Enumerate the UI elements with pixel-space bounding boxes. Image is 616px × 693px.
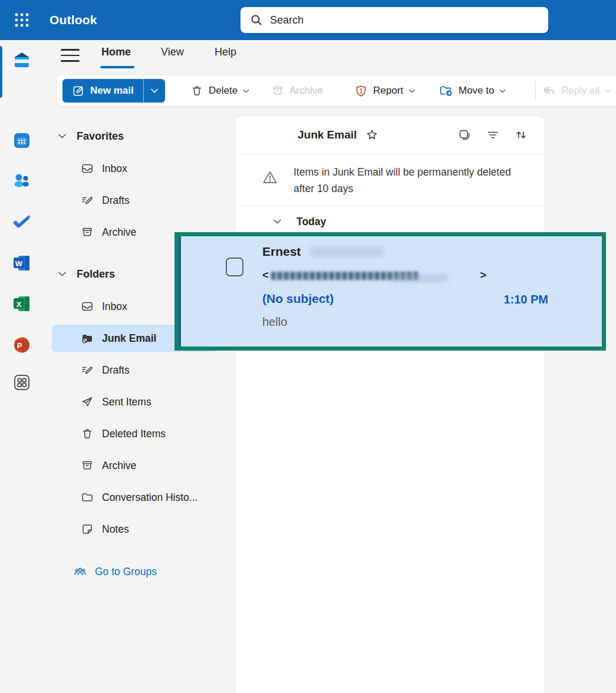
reply-all-icon [541,84,556,98]
email-subject: (No subject) [262,292,334,306]
folder-pane: Favorites Inbox Drafts Archive Folders I… [43,106,235,693]
chevron-down-icon [273,219,282,225]
rail-word-app-icon[interactable]: W [0,248,43,278]
new-mail-dropdown-chevron-icon[interactable] [144,88,165,93]
folder-icon [81,491,94,504]
go-to-groups-link[interactable]: Go to Groups [43,556,235,588]
archive-box-icon [81,226,94,239]
trash-icon [190,84,203,97]
archive-button[interactable]: Archive [271,75,323,106]
redacted-sender-surname [310,247,384,257]
new-mail-label: New mail [90,85,134,97]
folder-item-drafts[interactable]: Drafts [43,354,235,386]
svg-text:X: X [16,300,21,309]
group-header-today[interactable]: Today [235,209,545,234]
search-placeholder: Search [270,14,304,27]
favorite-item-drafts[interactable]: Drafts [43,184,235,216]
svg-text:P: P [17,341,22,350]
rail-powerpoint-app-icon[interactable]: P [0,329,43,360]
junk-folder-blocked-icon [81,332,94,345]
warning-triangle-icon [261,169,279,186]
email-checkbox[interactable] [226,258,243,276]
junk-retention-warning: Items in Junk Email will be permanently … [235,154,545,206]
email-address-line: < > [262,269,486,282]
archive-box-icon [81,459,94,472]
email-time: 1:10 PM [503,293,548,306]
inbox-icon [81,162,94,175]
email-sender: Ernest [262,245,301,259]
address-close-bracket: > [480,269,487,282]
redacted-email-domain [392,275,448,282]
report-label: Report [373,85,403,97]
rail-calendar-app-icon[interactable] [0,125,43,156]
send-plane-icon [81,395,94,408]
folders-header-label: Folders [77,268,115,280]
shield-warning-icon [354,84,368,98]
warning-divider [235,206,545,206]
move-to-folder-icon [439,84,453,98]
select-messages-icon[interactable] [457,128,472,142]
svg-text:W: W [15,259,22,268]
favorites-section-header[interactable]: Favorites [43,120,235,152]
annotation-highlight-box: Ernest < > (No subject) 1:10 PM hello [174,232,606,351]
email-list-item[interactable]: Ernest < > (No subject) 1:10 PM hello [179,236,602,346]
app-launcher-waffle-icon[interactable] [11,9,33,31]
tab-view[interactable]: View [161,46,184,64]
tab-home[interactable]: Home [101,46,131,64]
move-to-button[interactable]: Move to [439,75,506,106]
trash-icon [81,427,94,440]
folder-item-sent-items[interactable]: Sent Items [43,386,235,418]
report-chevron-icon [409,89,415,93]
rail-apps-grid-icon[interactable] [0,367,43,398]
reply-all-label: Reply all [561,85,599,97]
active-tab-underline [100,66,134,68]
note-icon [81,523,94,536]
folder-title: Junk Email [298,128,357,141]
favorites-header-label: Favorites [77,130,124,143]
folder-item-archive[interactable]: Archive [43,450,235,481]
rail-excel-app-icon[interactable]: X [0,288,43,319]
command-toolbar: New mail Delete Archive Report [57,75,616,106]
nav-toggle-hamburger-icon[interactable] [61,48,80,63]
groups-people-icon [74,565,87,579]
move-to-chevron-icon [499,89,506,93]
folder-item-conversation-history[interactable]: Conversation Histo... [43,481,235,513]
search-input[interactable]: Search [241,7,548,33]
reply-all-button[interactable]: Reply all [541,75,611,106]
delete-button[interactable]: Delete [190,75,249,106]
tab-help[interactable]: Help [215,46,236,64]
message-list-header: Junk Email [235,116,545,154]
rail-people-app-icon[interactable] [0,166,43,196]
favorite-star-icon[interactable] [365,128,379,142]
drafts-pencil-icon [81,194,94,207]
move-to-label: Move to [459,85,494,97]
selected-item-accent-bar [179,236,181,346]
rail-mail-app-icon[interactable] [0,45,43,75]
folder-item-notes[interactable]: Notes [43,513,235,545]
warning-text: Items in Junk Email will be permanently … [294,164,525,197]
new-mail-button[interactable]: New mail [62,79,165,103]
sort-icon[interactable] [514,128,528,142]
reply-all-chevron-icon [605,89,611,93]
archive-icon [271,84,284,97]
delete-chevron-icon [243,89,249,93]
archive-label: Archive [289,85,323,97]
email-preview: hello [262,315,287,329]
app-rail: W X P [0,40,43,693]
drafts-pencil-icon [81,364,94,377]
report-button[interactable]: Report [354,75,415,106]
folder-item-deleted-items[interactable]: Deleted Items [43,418,235,450]
chevron-down-icon [58,133,67,139]
filter-icon[interactable] [486,128,500,142]
chevron-down-icon [58,271,67,277]
today-label: Today [297,216,326,228]
inbox-icon [81,300,94,313]
app-title: Outlook [50,0,97,40]
message-list-pane: Junk Email Items in Junk Email will b [235,116,545,693]
top-app-bar: Outlook Search [0,0,616,40]
search-icon [250,14,263,27]
rail-todo-app-icon[interactable] [0,206,43,237]
address-open-bracket: < [262,269,269,282]
toolbar-divider [535,82,536,100]
favorite-item-inbox[interactable]: Inbox [43,153,235,184]
